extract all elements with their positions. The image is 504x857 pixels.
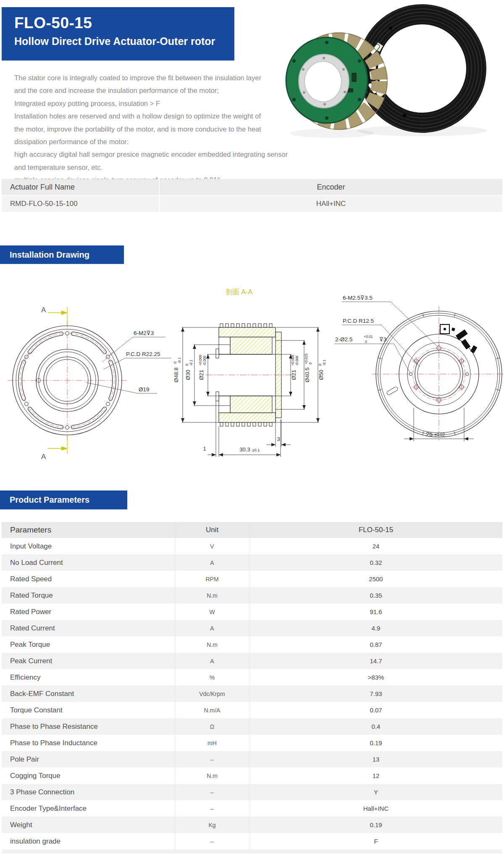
svg-text:Ø50: Ø50 [318, 370, 324, 380]
dim-40-5: Ø40.5 +0.025 0 [304, 353, 312, 382]
table-row: Rated SpeedRPM2500 [2, 571, 502, 587]
table-row: Input VoltageV24 [2, 538, 502, 554]
param-unit: N.m [175, 767, 249, 784]
section-arrow-top: A [41, 306, 68, 325]
param-unit: Ω [175, 718, 249, 735]
left-pcd-label: P.C.D R22.25 [126, 351, 160, 357]
description-line: high accuracy digital hall semgor presic… [14, 148, 312, 161]
param-value: Y [249, 784, 502, 800]
params-table-body: Input VoltageV24No Load CurrentA0.32Rate… [2, 538, 502, 849]
param-name: 3 Phase Connection [2, 784, 175, 800]
table-row: Torque ConstantN.m/A0.07 [2, 702, 502, 718]
section-title-parameters: Product Parameters [0, 490, 127, 509]
encoder-cell: HAll+INC [160, 196, 502, 212]
svg-text:-0.1: -0.1 [189, 359, 193, 366]
svg-text:+0.006: +0.006 [291, 354, 295, 366]
table-row: Back-EMF ConstantVdc/Krpm7.93 [2, 686, 502, 702]
param-name: insulation grade [2, 833, 175, 849]
right-pcd-label: P.C.D R12.5 [343, 318, 374, 324]
param-value: 0.19 [249, 735, 502, 751]
table-row: Phase to Phase ResistanceΩ0.4 [2, 718, 502, 735]
svg-text:Ø21: Ø21 [198, 370, 205, 380]
svg-text:±0.02: ±0.02 [434, 432, 445, 437]
svg-text:2-Ø2.5: 2-Ø2.5 [335, 336, 352, 343]
params-table-header: Parameters Unit FLO-50-15 [2, 522, 502, 538]
page-title: FLO-50-15 [14, 14, 234, 32]
svg-text:Ø21: Ø21 [291, 370, 297, 380]
param-unit: N.m [175, 636, 249, 653]
svg-text:+0.01: +0.01 [364, 335, 373, 339]
param-name: Peak Current [2, 653, 175, 669]
pcb-components [440, 324, 477, 353]
svg-text:0: 0 [173, 361, 177, 364]
dim-1: 1 [203, 446, 206, 452]
right-holes-label: 2-Ø2.5 +0.01 0 ⊽3 [335, 335, 386, 344]
param-value: 2500 [249, 571, 502, 587]
param-name: Efficiency [2, 669, 175, 686]
table-row: Pole Pair–13 [2, 751, 502, 767]
table-row: Peak TorqueN.m0.87 [2, 636, 502, 653]
svg-text:-0.006: -0.006 [202, 356, 207, 366]
right-view: 6-M2.5⊽3.5 P.C.D R12.5 2-Ø2.5 +0.01 0 ⊽3… [334, 295, 504, 442]
param-unit: – [175, 751, 249, 767]
right-screws-label: 6-M2.5⊽3.5 [343, 295, 373, 301]
param-unit: N.m/A [175, 702, 249, 718]
param-value: F [249, 833, 502, 849]
description-line: and the core and increase the insulation… [14, 84, 312, 97]
param-name: Input Voltage [2, 538, 175, 554]
column-header: Encoder [160, 179, 502, 195]
name-table-header: Actuator Full Name Encoder [2, 179, 502, 195]
svg-text:0: 0 [318, 364, 322, 366]
param-name: Peak Torque [2, 636, 175, 653]
param-value: 13 [249, 751, 502, 767]
description-line: dissipation performance of the motor: [14, 135, 312, 148]
column-header: Actuator Full Name [2, 179, 160, 195]
table-row: Rated PowerW91.6 [2, 604, 502, 620]
param-name: Torque Constant [2, 702, 175, 718]
param-value: Hall+INC [249, 800, 502, 817]
table-row: Peak CurrentA14.7 [2, 653, 502, 669]
param-value: 12 [249, 767, 502, 784]
actuator-name-cell: RMD-FLO-50-15-100 [2, 196, 160, 212]
table-row: RMD-FLO-50-15-100 HAll+INC [2, 196, 502, 212]
svg-text:0: 0 [185, 364, 189, 366]
param-unit: – [175, 833, 249, 849]
param-unit: W [175, 604, 249, 620]
param-unit: mH [175, 735, 249, 751]
param-value: 4.9 [249, 620, 502, 636]
svg-text:±0.1: ±0.1 [252, 448, 260, 452]
svg-text:-0.1: -0.1 [177, 357, 181, 364]
installation-drawing: 剖面 A-A [0, 269, 504, 471]
param-value: 0.87 [249, 636, 502, 653]
table-row: No Load CurrentA0.32 [2, 554, 502, 571]
description: The stator core is integrally coated to … [14, 71, 312, 187]
svg-text:-0.006: -0.006 [295, 356, 299, 366]
param-value: 0.4 [249, 718, 502, 735]
param-name: Rated Torque [2, 587, 175, 604]
column-header-model: FLO-50-15 [249, 522, 502, 538]
product-sheet: FLO-50-15 Hollow Direct Drive Actuator-O… [0, 0, 504, 857]
param-name: Cogging Torque [2, 767, 175, 784]
description-line: and temperature sensor, etc. [14, 161, 312, 174]
dim-21-right: Ø21 +0.006 -0.006 [291, 354, 299, 380]
left-bore-label: Ø19 [139, 386, 150, 393]
svg-text:Ø48.8: Ø48.8 [173, 367, 179, 382]
svg-text:A: A [41, 453, 46, 461]
param-name: Rated Current [2, 620, 175, 636]
dim-21-left: Ø21 +0.006 -0.006 [198, 354, 207, 380]
table-row: Rated TorqueN.m0.35 [2, 587, 502, 604]
svg-text:A: A [41, 306, 46, 314]
param-unit: – [175, 784, 249, 800]
section-title-installation: Installation Drawing [0, 245, 124, 264]
section-cut-label: 剖面 A-A [226, 288, 252, 295]
page-subtitle: Hollow Direct Drive Actuator-Outer rotor [14, 35, 234, 47]
dim-3: 3 [277, 436, 280, 442]
params-table: Parameters Unit FLO-50-15 Input VoltageV… [2, 522, 502, 849]
description-line: Installation holes are reserved and with… [14, 110, 312, 122]
param-value: 7.93 [249, 686, 502, 702]
svg-text:0: 0 [365, 340, 367, 344]
description-line: the motor, improve the portability of th… [14, 123, 312, 135]
left-screws-label: 6-M2⊽3 [134, 330, 154, 336]
param-unit: A [175, 620, 249, 636]
section-view: Ø48.8 0 -0.1 Ø30 0 -0.1 Ø21 +0.006 -0.00… [173, 324, 326, 457]
